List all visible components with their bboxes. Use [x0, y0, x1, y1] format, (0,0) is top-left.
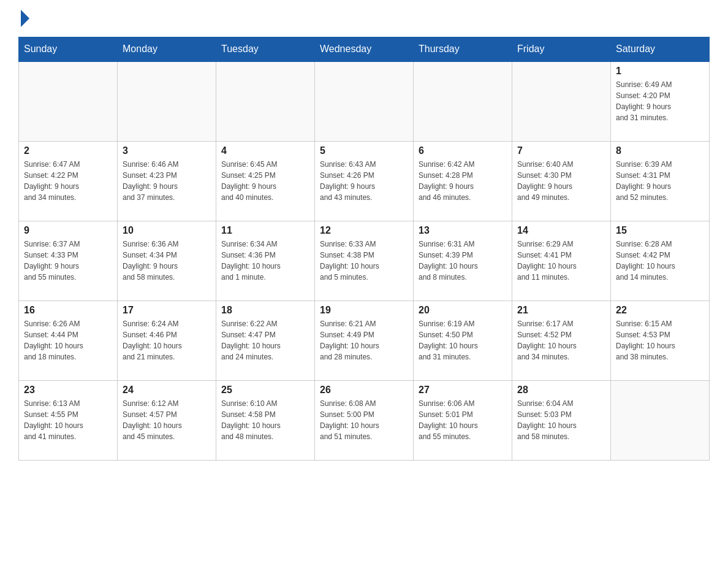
day-number: 19: [320, 305, 408, 316]
calendar-cell: 20Sunrise: 6:19 AMSunset: 4:50 PMDayligh…: [414, 301, 512, 380]
day-info: Sunrise: 6:10 AMSunset: 4:58 PMDaylight:…: [221, 398, 309, 442]
day-info: Sunrise: 6:42 AMSunset: 4:28 PMDaylight:…: [419, 159, 507, 203]
day-number: 11: [221, 225, 309, 236]
calendar-cell: 5Sunrise: 6:43 AMSunset: 4:26 PMDaylight…: [315, 141, 414, 221]
calendar-cell: 24Sunrise: 6:12 AMSunset: 4:57 PMDayligh…: [118, 380, 216, 460]
day-number: 23: [24, 385, 112, 396]
calendar-cell: [611, 380, 710, 460]
calendar-cell: 4Sunrise: 6:45 AMSunset: 4:25 PMDaylight…: [216, 141, 315, 221]
calendar-cell: 11Sunrise: 6:34 AMSunset: 4:36 PMDayligh…: [216, 221, 315, 301]
day-number: 1: [616, 66, 704, 77]
calendar-table: SundayMondayTuesdayWednesdayThursdayFrid…: [18, 37, 710, 461]
logo-triangle-icon: [21, 10, 29, 27]
calendar-cell: 25Sunrise: 6:10 AMSunset: 4:58 PMDayligh…: [216, 380, 315, 460]
day-info: Sunrise: 6:28 AMSunset: 4:42 PMDaylight:…: [616, 239, 704, 283]
day-number: 8: [616, 145, 704, 156]
calendar-cell: 15Sunrise: 6:28 AMSunset: 4:42 PMDayligh…: [611, 221, 710, 301]
day-info: Sunrise: 6:47 AMSunset: 4:22 PMDaylight:…: [24, 159, 112, 203]
day-info: Sunrise: 6:04 AMSunset: 5:03 PMDaylight:…: [517, 398, 605, 442]
weekday-header-monday: Monday: [118, 37, 216, 62]
calendar-cell: 22Sunrise: 6:15 AMSunset: 4:53 PMDayligh…: [611, 301, 710, 380]
calendar-body: 1Sunrise: 6:49 AMSunset: 4:20 PMDaylight…: [19, 61, 710, 460]
calendar-cell: 2Sunrise: 6:47 AMSunset: 4:22 PMDaylight…: [19, 141, 118, 221]
day-info: Sunrise: 6:49 AMSunset: 4:20 PMDaylight:…: [616, 79, 704, 123]
calendar-cell: 14Sunrise: 6:29 AMSunset: 4:41 PMDayligh…: [512, 221, 611, 301]
calendar-cell: 6Sunrise: 6:42 AMSunset: 4:28 PMDaylight…: [414, 141, 512, 221]
page-header: [18, 12, 710, 27]
day-info: Sunrise: 6:26 AMSunset: 4:44 PMDaylight:…: [24, 318, 112, 362]
day-info: Sunrise: 6:33 AMSunset: 4:38 PMDaylight:…: [320, 239, 408, 283]
calendar-week-row: 23Sunrise: 6:13 AMSunset: 4:55 PMDayligh…: [19, 380, 710, 460]
calendar-cell: 7Sunrise: 6:40 AMSunset: 4:30 PMDaylight…: [512, 141, 611, 221]
calendar-cell: 1Sunrise: 6:49 AMSunset: 4:20 PMDaylight…: [611, 61, 710, 141]
day-number: 22: [616, 305, 704, 316]
day-number: 3: [123, 145, 211, 156]
day-number: 26: [320, 385, 408, 396]
calendar-header: SundayMondayTuesdayWednesdayThursdayFrid…: [19, 37, 710, 62]
day-info: Sunrise: 6:29 AMSunset: 4:41 PMDaylight:…: [517, 239, 605, 283]
day-number: 13: [419, 225, 507, 236]
calendar-cell: 28Sunrise: 6:04 AMSunset: 5:03 PMDayligh…: [512, 380, 611, 460]
day-info: Sunrise: 6:15 AMSunset: 4:53 PMDaylight:…: [616, 318, 704, 362]
day-info: Sunrise: 6:39 AMSunset: 4:31 PMDaylight:…: [616, 159, 704, 203]
calendar-cell: 27Sunrise: 6:06 AMSunset: 5:01 PMDayligh…: [414, 380, 512, 460]
day-number: 4: [221, 145, 309, 156]
calendar-cell: [19, 61, 118, 141]
weekday-header-saturday: Saturday: [611, 37, 710, 62]
day-number: 6: [419, 145, 507, 156]
day-info: Sunrise: 6:12 AMSunset: 4:57 PMDaylight:…: [123, 398, 211, 442]
day-number: 17: [123, 305, 211, 316]
day-info: Sunrise: 6:17 AMSunset: 4:52 PMDaylight:…: [517, 318, 605, 362]
day-info: Sunrise: 6:43 AMSunset: 4:26 PMDaylight:…: [320, 159, 408, 203]
day-number: 18: [221, 305, 309, 316]
calendar-cell: 26Sunrise: 6:08 AMSunset: 5:00 PMDayligh…: [315, 380, 414, 460]
day-number: 25: [221, 385, 309, 396]
calendar-cell: 19Sunrise: 6:21 AMSunset: 4:49 PMDayligh…: [315, 301, 414, 380]
calendar-cell: 9Sunrise: 6:37 AMSunset: 4:33 PMDaylight…: [19, 221, 118, 301]
day-info: Sunrise: 6:06 AMSunset: 5:01 PMDaylight:…: [419, 398, 507, 442]
day-info: Sunrise: 6:19 AMSunset: 4:50 PMDaylight:…: [419, 318, 507, 362]
calendar-cell: 18Sunrise: 6:22 AMSunset: 4:47 PMDayligh…: [216, 301, 315, 380]
calendar-cell: 12Sunrise: 6:33 AMSunset: 4:38 PMDayligh…: [315, 221, 414, 301]
day-info: Sunrise: 6:36 AMSunset: 4:34 PMDaylight:…: [123, 239, 211, 283]
calendar-week-row: 2Sunrise: 6:47 AMSunset: 4:22 PMDaylight…: [19, 141, 710, 221]
day-number: 15: [616, 225, 704, 236]
day-info: Sunrise: 6:34 AMSunset: 4:36 PMDaylight:…: [221, 239, 309, 283]
calendar-week-row: 9Sunrise: 6:37 AMSunset: 4:33 PMDaylight…: [19, 221, 710, 301]
calendar-week-row: 1Sunrise: 6:49 AMSunset: 4:20 PMDaylight…: [19, 61, 710, 141]
weekday-header-thursday: Thursday: [414, 37, 512, 62]
day-info: Sunrise: 6:46 AMSunset: 4:23 PMDaylight:…: [123, 159, 211, 203]
day-info: Sunrise: 6:37 AMSunset: 4:33 PMDaylight:…: [24, 239, 112, 283]
day-number: 9: [24, 225, 112, 236]
calendar-cell: 21Sunrise: 6:17 AMSunset: 4:52 PMDayligh…: [512, 301, 611, 380]
day-number: 21: [517, 305, 605, 316]
calendar-cell: 8Sunrise: 6:39 AMSunset: 4:31 PMDaylight…: [611, 141, 710, 221]
day-number: 2: [24, 145, 112, 156]
day-info: Sunrise: 6:22 AMSunset: 4:47 PMDaylight:…: [221, 318, 309, 362]
day-number: 12: [320, 225, 408, 236]
day-info: Sunrise: 6:45 AMSunset: 4:25 PMDaylight:…: [221, 159, 309, 203]
day-number: 5: [320, 145, 408, 156]
day-number: 27: [419, 385, 507, 396]
logo: [18, 12, 29, 27]
calendar-cell: 16Sunrise: 6:26 AMSunset: 4:44 PMDayligh…: [19, 301, 118, 380]
day-info: Sunrise: 6:31 AMSunset: 4:39 PMDaylight:…: [419, 239, 507, 283]
weekday-header-tuesday: Tuesday: [216, 37, 315, 62]
day-number: 14: [517, 225, 605, 236]
day-info: Sunrise: 6:13 AMSunset: 4:55 PMDaylight:…: [24, 398, 112, 442]
day-number: 28: [517, 385, 605, 396]
weekday-header-row: SundayMondayTuesdayWednesdayThursdayFrid…: [19, 37, 710, 62]
calendar-cell: 10Sunrise: 6:36 AMSunset: 4:34 PMDayligh…: [118, 221, 216, 301]
calendar-cell: [216, 61, 315, 141]
calendar-cell: [118, 61, 216, 141]
calendar-cell: 3Sunrise: 6:46 AMSunset: 4:23 PMDaylight…: [118, 141, 216, 221]
calendar-cell: [414, 61, 512, 141]
day-number: 20: [419, 305, 507, 316]
weekday-header-wednesday: Wednesday: [315, 37, 414, 62]
day-info: Sunrise: 6:21 AMSunset: 4:49 PMDaylight:…: [320, 318, 408, 362]
day-info: Sunrise: 6:40 AMSunset: 4:30 PMDaylight:…: [517, 159, 605, 203]
calendar-cell: 23Sunrise: 6:13 AMSunset: 4:55 PMDayligh…: [19, 380, 118, 460]
weekday-header-sunday: Sunday: [19, 37, 118, 62]
day-number: 16: [24, 305, 112, 316]
calendar-week-row: 16Sunrise: 6:26 AMSunset: 4:44 PMDayligh…: [19, 301, 710, 380]
